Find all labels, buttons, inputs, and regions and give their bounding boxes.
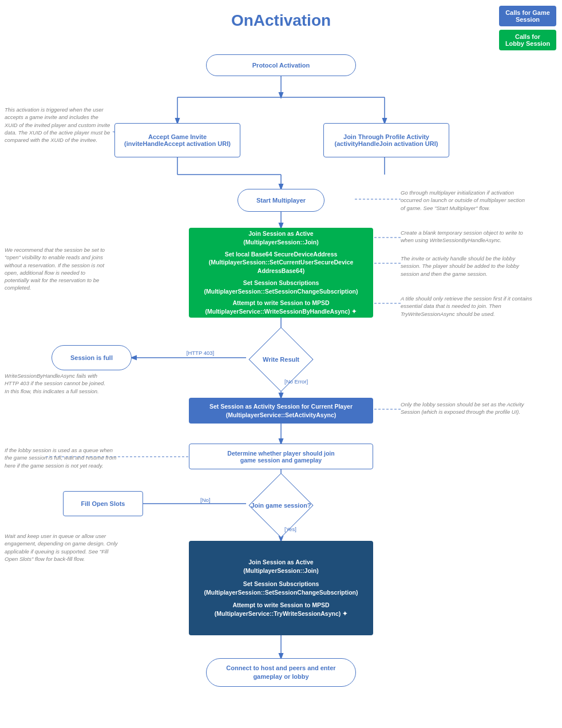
lobby-handle-annotation: The invite or activity handle should be …: [401, 255, 532, 278]
no-error-label: [No Error]: [284, 378, 330, 385]
lobby-queue-annotation: If the lobby session is used as a queue …: [5, 446, 119, 469]
no-label: [No]: [200, 496, 229, 504]
legend: Calls for Game Session Calls for Lobby S…: [499, 6, 556, 50]
set-activity-node: Set Session as Activity Session for Curr…: [189, 398, 373, 424]
accept-invite-annotation: This activation is triggered when the us…: [5, 106, 110, 144]
fill-slots-annotation: Wait and keep user in queue or allow use…: [5, 532, 119, 563]
fill-open-slots-node: Fill Open Slots: [63, 491, 143, 516]
join-active-block-node: Join Session as Active(MultiplayerSessio…: [189, 541, 373, 635]
protocol-activation-label: Protocol Activation: [206, 54, 356, 76]
determine-join-node: Determine whether player should joingame…: [189, 444, 373, 469]
connect-host-node: Connect to host and peers and enter game…: [206, 658, 356, 687]
legend-lobby-session[interactable]: Calls for Lobby Session: [499, 30, 556, 50]
start-multiplayer-node: Start Multiplayer: [238, 189, 324, 212]
retrieve-first-annotation: A title should only retrieve the session…: [401, 295, 532, 318]
determine-join-label: Determine whether player should joingame…: [189, 444, 373, 469]
http403-note: WriteSessionByHandleAsync fails with HTT…: [5, 372, 110, 395]
accept-game-invite-label: Accept Game Invite (inviteHandleAccept a…: [114, 123, 240, 157]
join-game-diamond: Join game session?: [244, 489, 318, 521]
join-profile-node: Join Through Profile Activity (activityH…: [323, 123, 449, 157]
blank-session-annotation: Create a blank temporary session object …: [401, 229, 532, 244]
join-session-block-label: Join Session as Active(MultiplayerSessio…: [189, 228, 373, 318]
join-profile-label: Join Through Profile Activity (activityH…: [323, 123, 449, 157]
join-session-block-node: Join Session as Active(MultiplayerSessio…: [189, 228, 373, 318]
page-title: OnActivation: [0, 0, 562, 35]
session-full-node: Session is full: [52, 345, 132, 370]
write-result-diamond: Write Result: [244, 343, 318, 375]
join-game-diamond-label: Join game session?: [251, 502, 311, 509]
legend-game-session[interactable]: Calls for Game Session: [499, 6, 556, 26]
write-result-label: Write Result: [263, 356, 299, 363]
protocol-activation-node: Protocol Activation: [206, 54, 356, 76]
yes-label: [Yes]: [284, 525, 313, 533]
fill-open-slots-label: Fill Open Slots: [63, 491, 143, 516]
set-activity-label: Set Session as Activity Session for Curr…: [189, 398, 373, 424]
activity-annotation: Only the lobby session should be set as …: [401, 401, 532, 416]
session-full-label: Session is full: [52, 345, 132, 370]
open-visibility-annotation: We recommend that the session be set to …: [5, 246, 110, 292]
connect-host-label: Connect to host and peers and enter game…: [206, 658, 356, 687]
join-active-block-label: Join Session as Active(MultiplayerSessio…: [189, 541, 373, 635]
accept-game-invite-node: Accept Game Invite (inviteHandleAccept a…: [114, 123, 240, 157]
http403-label: [HTTP 403]: [177, 349, 223, 357]
start-multiplayer-label: Start Multiplayer: [238, 189, 324, 212]
start-multiplayer-annotation: Go through multiplayer initialization if…: [401, 189, 527, 212]
